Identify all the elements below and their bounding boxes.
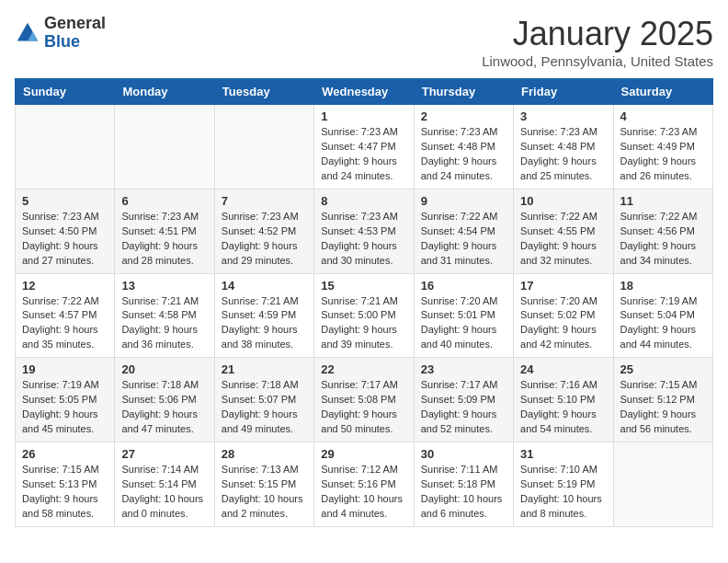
day-info: Sunrise: 7:10 AM Sunset: 5:19 PM Dayligh… — [520, 463, 606, 522]
calendar-cell: 13Sunrise: 7:21 AM Sunset: 4:58 PM Dayli… — [115, 273, 214, 358]
calendar-cell — [16, 105, 115, 190]
day-info: Sunrise: 7:18 AM Sunset: 5:06 PM Dayligh… — [121, 378, 207, 437]
calendar-cell: 27Sunrise: 7:14 AM Sunset: 5:14 PM Dayli… — [115, 442, 214, 527]
calendar-cell: 30Sunrise: 7:11 AM Sunset: 5:18 PM Dayli… — [414, 442, 513, 527]
calendar-cell: 6Sunrise: 7:23 AM Sunset: 4:51 PM Daylig… — [115, 189, 214, 273]
weekday-header-monday: Monday — [115, 79, 214, 105]
day-info: Sunrise: 7:19 AM Sunset: 5:04 PM Dayligh… — [620, 294, 706, 353]
weekday-header-friday: Friday — [514, 79, 613, 105]
calendar-cell: 4Sunrise: 7:23 AM Sunset: 4:49 PM Daylig… — [613, 105, 712, 190]
day-info: Sunrise: 7:13 AM Sunset: 5:15 PM Dayligh… — [222, 463, 307, 522]
calendar-cell: 18Sunrise: 7:19 AM Sunset: 5:04 PM Dayli… — [613, 273, 712, 358]
day-number: 11 — [620, 194, 706, 208]
calendar-cell: 11Sunrise: 7:22 AM Sunset: 4:56 PM Dayli… — [613, 189, 712, 273]
day-info: Sunrise: 7:16 AM Sunset: 5:10 PM Dayligh… — [520, 378, 606, 437]
day-number: 28 — [222, 447, 307, 461]
logo-blue: Blue — [44, 33, 106, 52]
day-info: Sunrise: 7:23 AM Sunset: 4:52 PM Dayligh… — [222, 210, 307, 269]
week-row-2: 5Sunrise: 7:23 AM Sunset: 4:50 PM Daylig… — [16, 189, 713, 273]
day-info: Sunrise: 7:22 AM Sunset: 4:57 PM Dayligh… — [22, 294, 108, 353]
week-row-1: 1Sunrise: 7:23 AM Sunset: 4:47 PM Daylig… — [16, 105, 713, 190]
calendar-cell: 10Sunrise: 7:22 AM Sunset: 4:55 PM Dayli… — [514, 189, 613, 273]
day-number: 4 — [620, 109, 706, 123]
calendar-cell: 12Sunrise: 7:22 AM Sunset: 4:57 PM Dayli… — [16, 273, 115, 358]
calendar-cell: 15Sunrise: 7:21 AM Sunset: 5:00 PM Dayli… — [314, 273, 414, 358]
day-number: 25 — [620, 362, 706, 376]
day-info: Sunrise: 7:23 AM Sunset: 4:50 PM Dayligh… — [22, 210, 108, 269]
day-info: Sunrise: 7:14 AM Sunset: 5:14 PM Dayligh… — [121, 463, 207, 522]
day-info: Sunrise: 7:23 AM Sunset: 4:48 PM Dayligh… — [520, 125, 606, 184]
day-number: 10 — [520, 194, 606, 208]
calendar: SundayMondayTuesdayWednesdayThursdayFrid… — [15, 78, 713, 527]
calendar-cell — [115, 105, 214, 190]
day-info: Sunrise: 7:23 AM Sunset: 4:53 PM Dayligh… — [321, 210, 406, 269]
calendar-cell: 22Sunrise: 7:17 AM Sunset: 5:08 PM Dayli… — [314, 358, 414, 442]
day-number: 1 — [321, 109, 406, 123]
logo: General Blue — [15, 15, 106, 52]
week-row-4: 19Sunrise: 7:19 AM Sunset: 5:05 PM Dayli… — [16, 358, 713, 442]
day-number: 9 — [421, 194, 506, 208]
day-info: Sunrise: 7:11 AM Sunset: 5:18 PM Dayligh… — [421, 463, 506, 522]
day-number: 29 — [321, 447, 406, 461]
day-info: Sunrise: 7:17 AM Sunset: 5:09 PM Dayligh… — [421, 378, 506, 437]
day-info: Sunrise: 7:18 AM Sunset: 5:07 PM Dayligh… — [222, 378, 307, 437]
day-info: Sunrise: 7:20 AM Sunset: 5:02 PM Dayligh… — [520, 294, 606, 353]
week-row-5: 26Sunrise: 7:15 AM Sunset: 5:13 PM Dayli… — [16, 442, 713, 527]
day-info: Sunrise: 7:15 AM Sunset: 5:12 PM Dayligh… — [620, 378, 706, 437]
logo-general: General — [44, 15, 106, 33]
day-info: Sunrise: 7:21 AM Sunset: 5:00 PM Dayligh… — [321, 294, 406, 353]
day-info: Sunrise: 7:20 AM Sunset: 5:01 PM Dayligh… — [421, 294, 506, 353]
day-number: 22 — [321, 362, 406, 376]
day-number: 19 — [22, 362, 108, 376]
calendar-cell: 14Sunrise: 7:21 AM Sunset: 4:59 PM Dayli… — [214, 273, 313, 358]
calendar-cell: 20Sunrise: 7:18 AM Sunset: 5:06 PM Dayli… — [115, 358, 214, 442]
calendar-cell: 16Sunrise: 7:20 AM Sunset: 5:01 PM Dayli… — [414, 273, 513, 358]
calendar-cell: 19Sunrise: 7:19 AM Sunset: 5:05 PM Dayli… — [16, 358, 115, 442]
day-info: Sunrise: 7:17 AM Sunset: 5:08 PM Dayligh… — [321, 378, 406, 437]
calendar-cell: 3Sunrise: 7:23 AM Sunset: 4:48 PM Daylig… — [514, 105, 613, 190]
calendar-cell: 31Sunrise: 7:10 AM Sunset: 5:19 PM Dayli… — [514, 442, 613, 527]
day-info: Sunrise: 7:23 AM Sunset: 4:51 PM Dayligh… — [121, 210, 207, 269]
day-number: 24 — [520, 362, 606, 376]
calendar-cell: 28Sunrise: 7:13 AM Sunset: 5:15 PM Dayli… — [214, 442, 313, 527]
day-number: 14 — [222, 279, 307, 293]
calendar-cell: 25Sunrise: 7:15 AM Sunset: 5:12 PM Dayli… — [613, 358, 712, 442]
location: Linwood, Pennsylvania, United States — [482, 53, 713, 69]
weekday-header-tuesday: Tuesday — [214, 79, 313, 105]
calendar-cell: 5Sunrise: 7:23 AM Sunset: 4:50 PM Daylig… — [16, 189, 115, 273]
day-info: Sunrise: 7:22 AM Sunset: 4:54 PM Dayligh… — [421, 210, 506, 269]
day-number: 27 — [121, 447, 207, 461]
title-block: January 2025 Linwood, Pennsylvania, Unit… — [482, 15, 713, 69]
month-title: January 2025 — [482, 15, 713, 53]
day-number: 26 — [22, 447, 108, 461]
day-info: Sunrise: 7:15 AM Sunset: 5:13 PM Dayligh… — [22, 463, 108, 522]
day-number: 12 — [22, 279, 108, 293]
day-number: 13 — [121, 279, 207, 293]
calendar-cell: 29Sunrise: 7:12 AM Sunset: 5:16 PM Dayli… — [314, 442, 414, 527]
weekday-header-thursday: Thursday — [414, 79, 513, 105]
logo-icon — [15, 20, 40, 46]
day-number: 5 — [22, 194, 108, 208]
calendar-cell: 2Sunrise: 7:23 AM Sunset: 4:48 PM Daylig… — [414, 105, 513, 190]
logo-text: General Blue — [44, 15, 106, 52]
day-number: 7 — [222, 194, 307, 208]
day-number: 31 — [520, 447, 606, 461]
day-number: 3 — [520, 109, 606, 123]
weekday-header-wednesday: Wednesday — [314, 79, 414, 105]
day-info: Sunrise: 7:12 AM Sunset: 5:16 PM Dayligh… — [321, 463, 406, 522]
calendar-cell: 7Sunrise: 7:23 AM Sunset: 4:52 PM Daylig… — [214, 189, 313, 273]
day-info: Sunrise: 7:21 AM Sunset: 4:59 PM Dayligh… — [222, 294, 307, 353]
week-row-3: 12Sunrise: 7:22 AM Sunset: 4:57 PM Dayli… — [16, 273, 713, 358]
day-number: 30 — [421, 447, 506, 461]
day-info: Sunrise: 7:21 AM Sunset: 4:58 PM Dayligh… — [121, 294, 207, 353]
day-number: 21 — [222, 362, 307, 376]
day-info: Sunrise: 7:19 AM Sunset: 5:05 PM Dayligh… — [22, 378, 108, 437]
weekday-header-sunday: Sunday — [16, 79, 115, 105]
day-info: Sunrise: 7:23 AM Sunset: 4:48 PM Dayligh… — [421, 125, 506, 184]
day-number: 17 — [520, 279, 606, 293]
page-header: General Blue January 2025 Linwood, Penns… — [15, 15, 713, 69]
calendar-cell: 17Sunrise: 7:20 AM Sunset: 5:02 PM Dayli… — [514, 273, 613, 358]
calendar-cell — [214, 105, 313, 190]
day-info: Sunrise: 7:22 AM Sunset: 4:55 PM Dayligh… — [520, 210, 606, 269]
day-number: 15 — [321, 279, 406, 293]
